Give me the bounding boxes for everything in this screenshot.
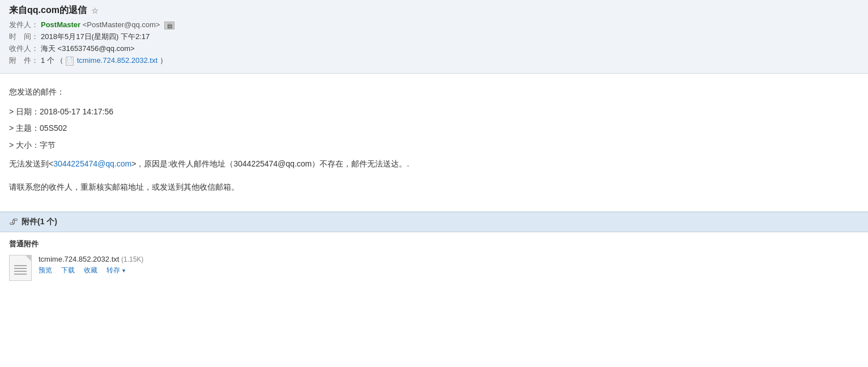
store-dropdown[interactable]: 转存 ▼	[107, 266, 126, 275]
file-icon-large	[9, 255, 32, 281]
quote-subject-line: > 主题：05S502	[9, 121, 859, 135]
file-icon-lines	[14, 265, 27, 275]
attachment-item: tcmime.724.852.2032.txt (1.15K) 预览 下载 收藏…	[9, 255, 859, 281]
quote-date-line: > 日期：2018-05-17 14:17:56	[9, 105, 859, 119]
quote-date-prefix: > 日期：	[9, 107, 40, 116]
time-value: 2018年5月17日(星期四) 下午2:17	[41, 32, 150, 42]
attachment-inline-label: 附 件：	[9, 56, 41, 66]
email-subject: 来自qq.com的退信	[9, 5, 87, 16]
quote-size-value: 字节	[40, 140, 56, 150]
attachment-filename: tcmime.724.852.2032.txt (1.15K)	[39, 255, 143, 263]
attachment-filename-text: tcmime.724.852.2032.txt	[39, 255, 119, 263]
attachment-body: 普通附件 tcmime.724.852.2032.txt (1.15K) 预览	[0, 232, 868, 290]
preview-link[interactable]: 预览	[39, 266, 52, 275]
download-link[interactable]: 下载	[61, 266, 75, 275]
sender-name: PostMaster	[41, 20, 80, 29]
file-icon-line-2	[14, 268, 27, 269]
error-email-link[interactable]: 3044225474@qq.com	[53, 159, 131, 168]
paperclip-icon: 🖇	[9, 217, 18, 227]
email-title-row: 来自qq.com的退信 ☆	[9, 5, 859, 16]
attachment-section-title: 附件(1 个)	[22, 217, 57, 227]
recipient-label: 收件人：	[9, 44, 41, 54]
attachment-section-header: 🖇 附件(1 个)	[0, 212, 868, 232]
attachment-inline-link[interactable]: tcmime.724.852.2032.txt	[77, 56, 158, 65]
email-header: 来自qq.com的退信 ☆ 发件人： PostMaster <PostMaste…	[0, 0, 868, 74]
error-suffix: >，原因是:收件人邮件地址（3044225474@qq.com）不存在，邮件无法…	[131, 159, 409, 168]
quote-subject-value: 05S502	[40, 123, 67, 133]
quote-size-line: > 大小：字节	[9, 138, 859, 152]
error-prefix: 无法发送到<	[9, 159, 53, 168]
sender-row: 发件人： PostMaster <PostMaster@qq.com> ▤	[9, 20, 859, 30]
error-message: 无法发送到<3044225474@qq.com>，原因是:收件人邮件地址（304…	[9, 157, 859, 171]
attachment-inline-row: 附 件： 1 个 （ 📄 tcmime.724.852.2032.txt ）	[9, 56, 859, 66]
attachment-file-small-icon: 📄	[66, 57, 74, 66]
email-body: 您发送的邮件： > 日期：2018-05-17 14:17:56 > 主题：05…	[0, 74, 868, 212]
attachment-type-label: 普通附件	[9, 239, 859, 249]
quote-size-prefix: > 大小：	[9, 140, 40, 150]
sender-label: 发件人：	[9, 20, 41, 30]
quote-date-value: 2018-05-17 14:17:56	[40, 107, 113, 116]
file-icon-line-3	[14, 271, 27, 272]
file-icon-line-4	[14, 274, 27, 275]
attachment-actions: 预览 下载 收藏 转存 ▼	[39, 266, 143, 275]
attachment-close-paren: ）	[160, 56, 167, 65]
sender-detail-icon[interactable]: ▤	[164, 22, 175, 29]
email-container: 来自qq.com的退信 ☆ 发件人： PostMaster <PostMaste…	[0, 0, 868, 367]
attachment-filesize: (1.15K)	[121, 255, 143, 263]
sender-value: PostMaster <PostMaster@qq.com> ▤	[41, 20, 175, 29]
time-row: 时 间： 2018年5月17日(星期四) 下午2:17	[9, 32, 859, 42]
save-link[interactable]: 收藏	[84, 266, 97, 275]
pin-icon: ☆	[91, 6, 99, 15]
attachment-inline-value: 1 个 （ 📄 tcmime.724.852.2032.txt ）	[41, 56, 167, 66]
attachment-info: tcmime.724.852.2032.txt (1.15K) 预览 下载 收藏…	[39, 255, 143, 275]
quote-block: > 日期：2018-05-17 14:17:56 > 主题：05S502 > 大…	[9, 105, 859, 152]
sender-email: <PostMaster@qq.com>	[83, 20, 160, 29]
recipient-value: 海天 <316537456@qq.com>	[41, 44, 135, 54]
time-label: 时 间：	[9, 32, 41, 42]
file-icon-line-1	[14, 265, 27, 266]
attachment-count-text: 1 个 （	[41, 56, 63, 65]
body-intro: 您发送的邮件：	[9, 85, 859, 99]
dropdown-arrow: ▼	[121, 268, 126, 274]
recipient-row: 收件人： 海天 <316537456@qq.com>	[9, 44, 859, 54]
quote-subject-prefix: > 主题：	[9, 123, 40, 133]
store-link[interactable]: 转存	[107, 266, 120, 275]
notice-text: 请联系您的收件人，重新核实邮箱地址，或发送到其他收信邮箱。	[9, 180, 859, 194]
